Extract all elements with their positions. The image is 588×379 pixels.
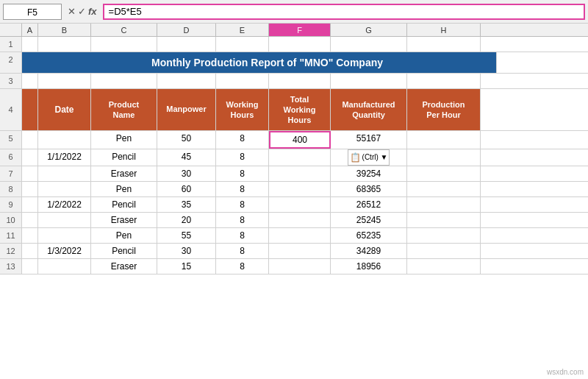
cell-twh-11[interactable]: [269, 228, 331, 243]
formula-input[interactable]: [103, 4, 585, 20]
cell-manpower-13[interactable]: 15: [157, 259, 216, 274]
cell-pph-12[interactable]: [407, 244, 481, 258]
cell-reference-box[interactable]: F5: [3, 4, 62, 20]
cell-wh-12[interactable]: 8: [216, 244, 269, 258]
col-header-e[interactable]: E: [216, 24, 269, 36]
cell-a4[interactable]: [22, 89, 38, 130]
cell-product-5[interactable]: Pen: [91, 131, 157, 149]
cell-a7[interactable]: [22, 166, 38, 181]
cell-product-7[interactable]: Eraser: [91, 166, 157, 181]
cell-a2[interactable]: [22, 52, 38, 73]
cell-product-8[interactable]: Pen: [91, 182, 157, 196]
cell-date-6[interactable]: 1/1/2022: [38, 149, 91, 166]
cell-mfgqty-13[interactable]: 18956: [331, 259, 407, 274]
cell-twh-9[interactable]: [269, 197, 331, 212]
cell-product-9[interactable]: Pencil: [91, 197, 157, 212]
title-cell[interactable]: Monthly Production Report of "MNO" Compa…: [38, 52, 497, 73]
cell-product-13[interactable]: Eraser: [91, 259, 157, 274]
cell-h3[interactable]: [407, 74, 481, 88]
cell-a8[interactable]: [22, 182, 38, 196]
cell-product-11[interactable]: Pen: [91, 228, 157, 243]
cell-pph-7[interactable]: [407, 166, 481, 181]
col-header-d[interactable]: D: [157, 24, 216, 36]
cell-twh-7[interactable]: [269, 166, 331, 181]
cell-manpower-10[interactable]: 20: [157, 213, 216, 227]
cell-a9[interactable]: [22, 197, 38, 212]
cell-a1[interactable]: [22, 37, 38, 52]
cell-b1[interactable]: [38, 37, 91, 52]
cell-twh-5[interactable]: 400: [269, 131, 331, 149]
cell-date-10[interactable]: [38, 213, 91, 227]
cell-pph-10[interactable]: [407, 213, 481, 227]
cell-pph-8[interactable]: [407, 182, 481, 196]
cell-wh-5[interactable]: 8: [216, 131, 269, 149]
cell-wh-13[interactable]: 8: [216, 259, 269, 274]
header-manufactured-quantity[interactable]: ManufacturedQuantity: [331, 89, 407, 130]
cell-manpower-9[interactable]: 35: [157, 197, 216, 212]
cell-d3[interactable]: [157, 74, 216, 88]
confirm-icon[interactable]: ✓: [78, 6, 86, 17]
cell-e3[interactable]: [216, 74, 269, 88]
cell-manpower-8[interactable]: 60: [157, 182, 216, 196]
cell-g1[interactable]: [331, 37, 407, 52]
cell-manpower-6[interactable]: 45: [157, 149, 216, 166]
header-working-hours[interactable]: WorkingHours: [216, 89, 269, 130]
cell-a13[interactable]: [22, 259, 38, 274]
cell-twh-10[interactable]: [269, 213, 331, 227]
cell-h1[interactable]: [407, 37, 481, 52]
cell-a6[interactable]: [22, 149, 38, 166]
cell-b3[interactable]: [38, 74, 91, 88]
cancel-icon[interactable]: ✕: [68, 6, 76, 17]
col-header-c[interactable]: C: [91, 24, 157, 36]
cell-g3[interactable]: [331, 74, 407, 88]
cell-a11[interactable]: [22, 228, 38, 243]
cell-date-8[interactable]: [38, 182, 91, 196]
cell-d1[interactable]: [157, 37, 216, 52]
cell-c1[interactable]: [91, 37, 157, 52]
cell-twh-6[interactable]: [269, 149, 331, 166]
cell-wh-11[interactable]: 8: [216, 228, 269, 243]
cell-manpower-12[interactable]: 30: [157, 244, 216, 258]
cell-c3[interactable]: [91, 74, 157, 88]
header-date[interactable]: Date: [38, 89, 91, 130]
cell-mfgqty-5[interactable]: 55167: [331, 131, 407, 149]
cell-f3[interactable]: [269, 74, 331, 88]
cell-mfgqty-9[interactable]: 26512: [331, 197, 407, 212]
cell-date-11[interactable]: [38, 228, 91, 243]
cell-manpower-7[interactable]: 30: [157, 166, 216, 181]
cell-date-9[interactable]: 1/2/2022: [38, 197, 91, 212]
cell-mfgqty-11[interactable]: 65235: [331, 228, 407, 243]
cell-wh-10[interactable]: 8: [216, 213, 269, 227]
cell-date-5[interactable]: [38, 131, 91, 149]
cell-date-12[interactable]: 1/3/2022: [38, 244, 91, 258]
cell-twh-12[interactable]: [269, 244, 331, 258]
cell-manpower-11[interactable]: 55: [157, 228, 216, 243]
cell-mfgqty-12[interactable]: 34289: [331, 244, 407, 258]
cell-f1[interactable]: [269, 37, 331, 52]
paste-tooltip[interactable]: 📋 (Ctrl) ▼: [348, 149, 390, 166]
cell-a3[interactable]: [22, 74, 38, 88]
col-header-h[interactable]: H: [407, 24, 481, 36]
cell-wh-6[interactable]: 8: [216, 149, 269, 166]
cell-wh-7[interactable]: 8: [216, 166, 269, 181]
cell-wh-9[interactable]: 8: [216, 197, 269, 212]
header-production-per-hour[interactable]: ProductionPer Hour: [407, 89, 481, 130]
cell-pph-9[interactable]: [407, 197, 481, 212]
cell-twh-13[interactable]: [269, 259, 331, 274]
cell-a10[interactable]: [22, 213, 38, 227]
cell-date-13[interactable]: [38, 259, 91, 274]
col-header-b[interactable]: B: [38, 24, 91, 36]
col-header-f[interactable]: F: [269, 24, 331, 36]
cell-mfgqty-10[interactable]: 25245: [331, 213, 407, 227]
cell-date-7[interactable]: [38, 166, 91, 181]
fx-icon[interactable]: fx: [88, 6, 97, 17]
cell-product-12[interactable]: Pencil: [91, 244, 157, 258]
cell-product-10[interactable]: Eraser: [91, 213, 157, 227]
cell-pph-11[interactable]: [407, 228, 481, 243]
header-product-name[interactable]: ProductName: [91, 89, 157, 130]
cell-twh-8[interactable]: [269, 182, 331, 196]
cell-manpower-5[interactable]: 50: [157, 131, 216, 149]
cell-wh-8[interactable]: 8: [216, 182, 269, 196]
col-header-g[interactable]: G: [331, 24, 407, 36]
cell-a12[interactable]: [22, 244, 38, 258]
